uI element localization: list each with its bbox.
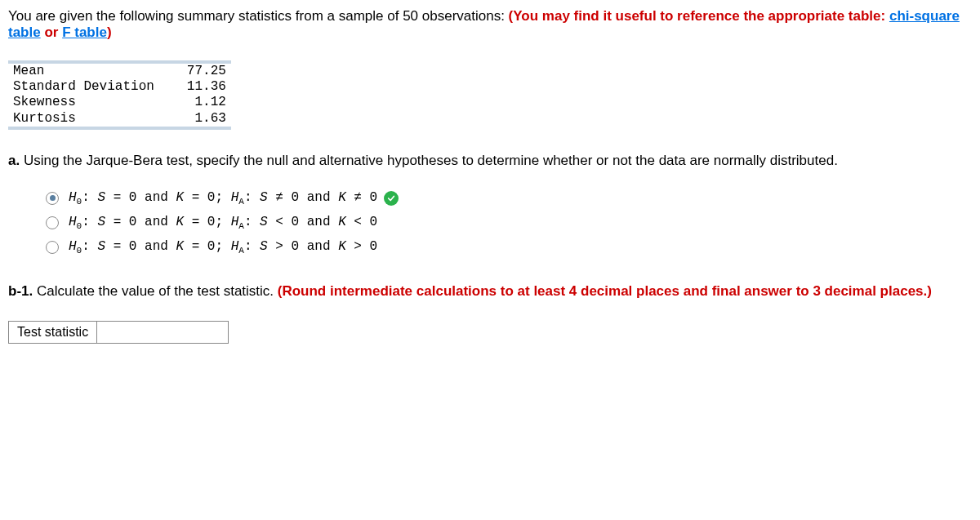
hint-prefix: (You may find it useful to reference the… [509,8,889,24]
stat-label: Skewness [8,95,159,110]
stat-label: Standard Deviation [8,79,159,95]
table-row: Mean 77.25 [8,62,231,79]
table-row: Kurtosis 1.63 [8,111,231,128]
part-b1-question: b-1. Calculate the value of the test sta… [8,283,972,300]
radio-icon [46,192,59,205]
stat-value: 1.12 [159,95,231,110]
option-text: H0: S = 0 and K = 0; HA: S > 0 and K > 0 [69,239,377,256]
f-table-link[interactable]: F table [62,24,107,40]
part-a-label: a. [8,153,20,168]
option-1[interactable]: H0: S = 0 and K = 0; HA: S ≠ 0 and K ≠ 0 [46,190,972,207]
stat-value: 1.63 [159,111,231,128]
hint-or: or [41,24,62,40]
stat-label: Mean [8,62,159,79]
check-icon [384,191,399,206]
stat-label: Kurtosis [8,111,159,128]
hint-suffix: ) [107,24,112,40]
stat-value: 77.25 [159,62,231,79]
table-row: Skewness 1.12 [8,95,231,110]
option-2[interactable]: H0: S = 0 and K = 0; HA: S < 0 and K < 0 [46,215,972,231]
option-3[interactable]: H0: S = 0 and K = 0; HA: S > 0 and K > 0 [46,239,972,256]
answer-label: Test statistic [9,322,97,344]
part-a-text: Using the Jarque-Bera test, specify the … [20,153,838,168]
table-row: Standard Deviation 11.36 [8,79,231,95]
option-text: H0: S = 0 and K = 0; HA: S < 0 and K < 0 [69,215,377,231]
radio-icon [46,216,59,229]
stat-value: 11.36 [159,79,231,95]
part-b1-label: b-1. [8,283,33,299]
radio-icon [46,241,59,254]
part-a-question: a. Using the Jarque-Bera test, specify t… [8,153,972,169]
intro-body: You are given the following summary stat… [8,8,509,24]
answer-table: Test statistic [8,321,229,344]
part-b1-hint: (Round intermediate calculations to at l… [278,283,932,299]
stats-table: Mean 77.25 Standard Deviation 11.36 Skew… [8,60,231,130]
intro-text: You are given the following summary stat… [8,8,972,41]
part-b1-text: Calculate the value of the test statisti… [33,283,278,299]
option-text: H0: S = 0 and K = 0; HA: S ≠ 0 and K ≠ 0 [69,190,377,207]
options-group: H0: S = 0 and K = 0; HA: S ≠ 0 and K ≠ 0… [46,190,972,256]
test-statistic-input[interactable] [97,322,229,344]
